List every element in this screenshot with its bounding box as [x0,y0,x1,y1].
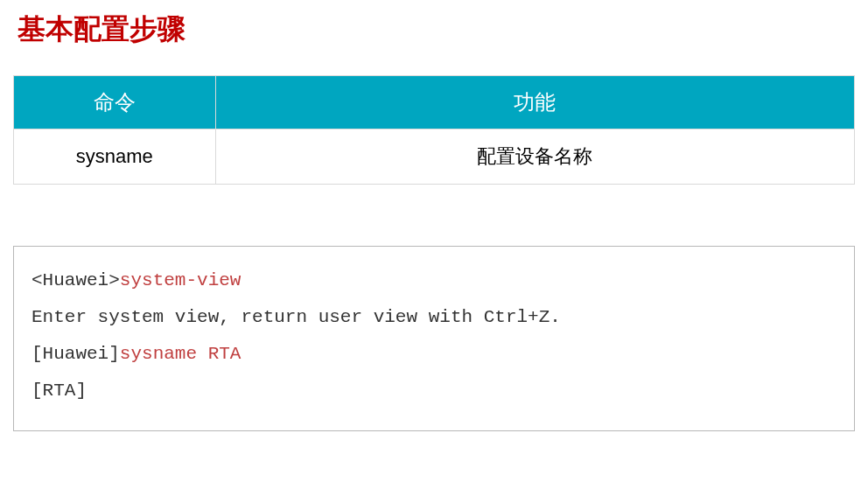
terminal-line: [RTA] [32,373,836,409]
table-header-function: 功能 [215,76,854,129]
command-table-wrapper: 命令 功能 sysname 配置设备名称 [0,75,868,185]
terminal-command: sysname RTA [120,344,242,364]
table-cell-function: 配置设备名称 [215,129,854,185]
terminal-output: <Huawei>system-view Enter system view, r… [13,246,855,431]
terminal-line: <Huawei>system-view [32,262,836,299]
terminal-prompt: [Huawei] [32,344,120,364]
table-row: sysname 配置设备名称 [14,129,855,185]
terminal-prompt: <Huawei> [32,270,120,290]
table-cell-command: sysname [14,129,216,185]
terminal-command: system-view [120,270,242,290]
table-header-command: 命令 [14,76,216,129]
terminal-text: Enter system view, return user view with… [32,307,561,327]
terminal-prompt: [RTA] [32,381,87,401]
terminal-line: Enter system view, return user view with… [32,299,836,336]
page-title: 基本配置步骤 [0,0,868,75]
terminal-line: [Huawei]sysname RTA [32,336,836,373]
terminal-wrapper: <Huawei>system-view Enter system view, r… [0,185,868,431]
command-table: 命令 功能 sysname 配置设备名称 [13,75,855,185]
